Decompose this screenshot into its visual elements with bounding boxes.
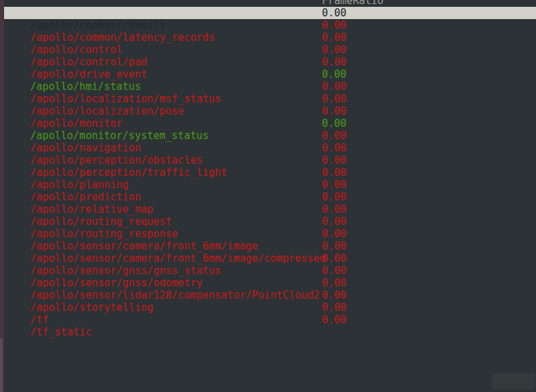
table-row[interactable]: /apollo/canbus/chassis 0.00	[4, 7, 536, 19]
table-row[interactable]: /apollo/monitor 0.00	[4, 105, 536, 117]
table-row[interactable]: /apollo/localization/msf_status 0.00	[4, 80, 536, 93]
frame-ratio-value: 0.00	[322, 44, 346, 56]
table-row[interactable]: /apollo/navigation 0.00	[4, 130, 536, 142]
table-row[interactable]: /apollo/sensor/camera/front_6mm/image 0.…	[4, 228, 536, 240]
scrollbar-thumb[interactable]	[0, 338, 3, 392]
frame-ratio-value: 0.00	[322, 7, 346, 19]
table-row[interactable]: /apollo/perception/traffic_light 0.00	[4, 154, 536, 166]
frame-ratio-value: 0.00	[322, 240, 346, 252]
frame-ratio-value: 0.00	[322, 31, 346, 44]
table-row[interactable]: /apollo/control/pad 0.00	[4, 44, 536, 56]
table-row[interactable]: /apollo/sensor/gnss/odometry 0.00	[4, 265, 536, 277]
table-row[interactable]: /apollo/routing_request 0.00	[4, 203, 536, 215]
frame-ratio-value: 0.00	[322, 301, 346, 314]
frame-ratio-value: 0.00	[322, 277, 346, 289]
table-row[interactable]: /apollo/routing_response 0.00	[4, 215, 536, 228]
table-row[interactable]: /apollo/localization/pose 0.00	[4, 93, 536, 105]
table-row[interactable]: /apollo/sensor/lidar128/compensator/Poin…	[4, 277, 536, 289]
frame-ratio-value: 0.00	[322, 56, 346, 68]
frame-ratio-value: 0.00	[322, 80, 346, 93]
frame-ratio-value: 0.00	[322, 154, 346, 166]
frame-ratio-value: 0.00	[322, 105, 346, 117]
table-row[interactable]: /apollo/common/latency_records 0.00	[4, 19, 536, 31]
window-edge-strip	[0, 0, 4, 392]
frame-ratio-value: 0.00	[322, 117, 346, 130]
channel-name: /tf_static	[30, 326, 91, 338]
table-row[interactable]: /apollo/monitor/system_status 0.00	[4, 117, 536, 130]
frame-ratio-value: 0.00	[322, 93, 346, 105]
table-row[interactable]: /apollo/storytelling 0.00	[4, 289, 536, 301]
table-row[interactable]: /apollo/relative_map 0.00	[4, 191, 536, 203]
frame-ratio-value: 0.00	[322, 314, 346, 326]
table-header: channels FrameRatio	[4, 0, 536, 7]
frame-ratio-value: 0.00	[322, 19, 346, 31]
table-row[interactable]: /apollo/prediction 0.00	[4, 179, 536, 191]
table-row[interactable]: /tf_static 0.00	[4, 314, 536, 326]
frame-ratio-value: 0.00	[322, 228, 346, 240]
frame-ratio-value: 0.00	[322, 265, 346, 277]
frame-ratio-value: 0.00	[322, 203, 346, 215]
table-row[interactable]: /apollo/planning 0.00	[4, 166, 536, 179]
table-row[interactable]: /apollo/hmi/status 0.00	[4, 68, 536, 80]
frame-ratio-value: 0.00	[322, 130, 346, 142]
frame-ratio-value: 0.00	[322, 252, 346, 265]
table-row[interactable]: /tf 0.00	[4, 301, 536, 314]
table-row[interactable]: /apollo/perception/obstacles 0.00	[4, 142, 536, 154]
table-row[interactable]: /apollo/sensor/camera/front_6mm/image/co…	[4, 240, 536, 252]
frame-ratio-value: 0.00	[322, 68, 346, 80]
table-row[interactable]: /apollo/sensor/gnss/gnss_status 0.00	[4, 252, 536, 265]
frame-ratio-value: 0.00	[322, 215, 346, 228]
table-row[interactable]: /apollo/drive_event 0.00	[4, 56, 536, 68]
channel-table: /apollo/canbus/chassis 0.00 /apollo/comm…	[4, 7, 536, 326]
frame-ratio-value: 0.00	[322, 191, 346, 203]
column-header-frameratio: FrameRatio	[322, 0, 383, 7]
frame-ratio-value: 0.00	[322, 179, 346, 191]
table-row[interactable]: /apollo/control 0.00	[4, 31, 536, 44]
ghost-artifact	[492, 373, 535, 390]
terminal-screen: channels FrameRatio /apollo/canbus/chass…	[0, 0, 536, 392]
frame-ratio-value: 0.00	[322, 142, 346, 154]
frame-ratio-value: 0.00	[322, 166, 346, 179]
frame-ratio-value: 0.00	[322, 289, 346, 301]
channel-monitor: channels FrameRatio /apollo/canbus/chass…	[4, 0, 536, 326]
